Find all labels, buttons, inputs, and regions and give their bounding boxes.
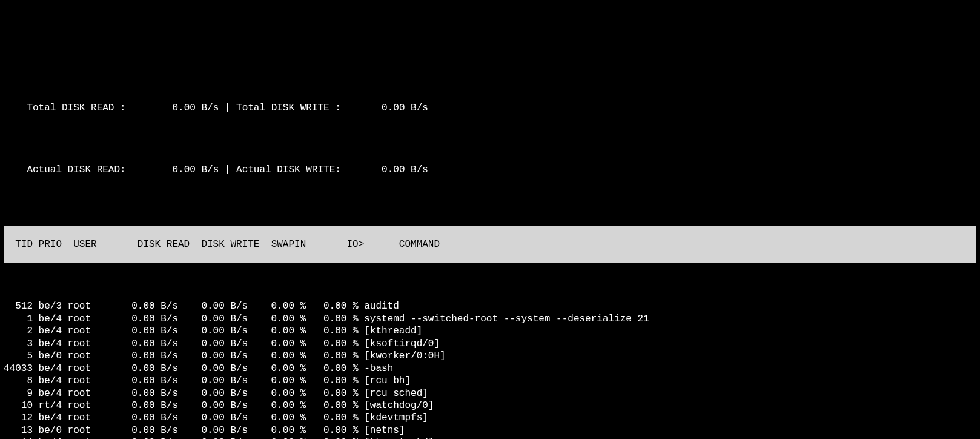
cell-tid: 1 (4, 313, 33, 325)
cell-disk-write: 0.00 B/s (184, 338, 248, 350)
process-row[interactable]: 12 be/4 root0.00 B/s 0.00 B/s 0.00 %0.00… (4, 412, 976, 424)
cell-tid: 14 (4, 437, 33, 439)
summary-line-1: Total DISK READ :0.00 B/s|Total DISK WRI… (4, 89, 976, 126)
cell-disk-read: 0.00 B/s (120, 313, 178, 325)
cell-swapin: 0.00 (254, 387, 294, 400)
process-row[interactable]: 9 be/4 root0.00 B/s 0.00 B/s 0.00 %0.00 … (4, 387, 976, 400)
cell-swapin: 0.00 (254, 400, 294, 412)
cell-swapin-unit: % (294, 300, 306, 312)
header-disk-read[interactable]: DISK READ (126, 238, 190, 250)
cell-prio: be/4 (39, 412, 62, 424)
header-disk-write[interactable]: DISK WRITE (190, 238, 259, 250)
cell-user: root (68, 424, 120, 437)
cell-command: [rcu_bh] (364, 375, 411, 387)
header-command[interactable]: COMMAND (370, 238, 440, 250)
cell-disk-read: 0.00 B/s (120, 400, 178, 412)
cell-disk-write: 0.00 B/s (184, 437, 248, 439)
cell-swapin-unit: % (294, 375, 306, 387)
cell-disk-read: 0.00 B/s (120, 338, 178, 350)
cell-tid: 9 (4, 387, 33, 400)
cell-tid: 8 (4, 375, 33, 387)
cell-io: 0.00 (306, 325, 346, 337)
header-tid[interactable]: TID (4, 238, 33, 250)
cell-swapin-unit: % (294, 325, 306, 337)
cell-command: [rcu_sched] (364, 387, 428, 400)
cell-command: [netns] (364, 424, 405, 437)
cell-command: [khungtaskd] (364, 437, 434, 439)
cell-prio: rt/4 (39, 400, 62, 412)
process-row[interactable]: 512 be/3 root0.00 B/s 0.00 B/s 0.00 %0.0… (4, 300, 976, 312)
cell-disk-read: 0.00 B/s (120, 387, 178, 400)
cell-disk-write: 0.00 B/s (184, 400, 248, 412)
cell-io-unit: % (346, 350, 358, 362)
cell-swapin: 0.00 (254, 338, 294, 350)
cell-io: 0.00 (306, 400, 346, 412)
process-row[interactable]: 13 be/0 root0.00 B/s 0.00 B/s 0.00 %0.00… (4, 424, 976, 437)
cell-tid: 5 (4, 350, 33, 362)
cell-io-unit: % (346, 325, 358, 337)
cell-prio: be/4 (39, 338, 62, 350)
iotop-terminal[interactable]: Total DISK READ :0.00 B/s|Total DISK WRI… (0, 50, 980, 439)
cell-prio: be/0 (39, 424, 62, 437)
header-prio[interactable]: PRIO (33, 238, 68, 250)
summary-line-2: Actual DISK READ:0.00 B/s|Actual DISK WR… (4, 152, 976, 189)
cell-user: root (68, 412, 120, 424)
cell-prio: be/4 (39, 325, 62, 337)
cell-io-unit: % (346, 375, 358, 387)
cell-io-unit: % (346, 313, 358, 325)
header-user[interactable]: USER (68, 238, 126, 250)
cell-prio: be/4 (39, 363, 62, 375)
cell-command: systemd --switched-root --system --deser… (364, 313, 649, 325)
cell-user: root (68, 350, 120, 362)
cell-command: [ksoftirqd/0] (364, 338, 440, 350)
actual-disk-read-value: 0.00 B/s (131, 164, 219, 176)
cell-io: 0.00 (306, 300, 346, 312)
cell-swapin: 0.00 (254, 325, 294, 337)
cell-user: root (68, 300, 120, 312)
cell-tid: 44033 (4, 363, 33, 375)
process-row[interactable]: 10 rt/4 root0.00 B/s 0.00 B/s 0.00 %0.00… (4, 400, 976, 412)
process-row[interactable]: 44033 be/4 root0.00 B/s 0.00 B/s 0.00 %0… (4, 363, 976, 375)
cell-swapin: 0.00 (254, 437, 294, 439)
cell-disk-write: 0.00 B/s (184, 350, 248, 362)
cell-prio: be/4 (39, 437, 62, 439)
column-header-row[interactable]: TIDPRIOUSERDISK READDISK WRITESWAPINIO>C… (4, 226, 976, 263)
cell-swapin: 0.00 (254, 350, 294, 362)
cell-disk-read: 0.00 B/s (120, 437, 178, 439)
cell-swapin: 0.00 (254, 363, 294, 375)
process-row[interactable]: 1 be/4 root0.00 B/s 0.00 B/s 0.00 %0.00 … (4, 313, 976, 325)
actual-disk-read-label: Actual DISK READ: (27, 164, 131, 176)
process-row[interactable]: 8 be/4 root0.00 B/s 0.00 B/s 0.00 %0.00 … (4, 375, 976, 387)
cell-swapin: 0.00 (254, 424, 294, 437)
process-list: 512 be/3 root0.00 B/s 0.00 B/s 0.00 %0.0… (4, 300, 976, 439)
header-io[interactable]: IO> (306, 238, 370, 250)
cell-io-unit: % (346, 400, 358, 412)
header-swapin[interactable]: SWAPIN (259, 238, 306, 250)
actual-disk-write-label: Actual DISK WRITE: (236, 164, 346, 176)
cell-command: auditd (364, 300, 399, 312)
total-disk-write-value: 0.00 B/s (346, 102, 428, 114)
cell-disk-write: 0.00 B/s (184, 325, 248, 337)
cell-io-unit: % (346, 437, 358, 439)
summary-separator: | (219, 164, 236, 176)
cell-user: root (68, 437, 120, 439)
cell-swapin-unit: % (294, 412, 306, 424)
cell-tid: 2 (4, 325, 33, 337)
process-row[interactable]: 3 be/4 root0.00 B/s 0.00 B/s 0.00 %0.00 … (4, 338, 976, 350)
cell-disk-read: 0.00 B/s (120, 375, 178, 387)
cell-io: 0.00 (306, 350, 346, 362)
cell-io: 0.00 (306, 424, 346, 437)
cell-io-unit: % (346, 412, 358, 424)
cell-user: root (68, 400, 120, 412)
cell-swapin: 0.00 (254, 300, 294, 312)
cell-tid: 3 (4, 338, 33, 350)
process-row[interactable]: 5 be/0 root0.00 B/s 0.00 B/s 0.00 %0.00 … (4, 350, 976, 362)
cell-disk-read: 0.00 B/s (120, 412, 178, 424)
cell-tid: 10 (4, 400, 33, 412)
cell-prio: be/4 (39, 313, 62, 325)
process-row[interactable]: 2 be/4 root0.00 B/s 0.00 B/s 0.00 %0.00 … (4, 325, 976, 337)
process-row[interactable]: 14 be/4 root0.00 B/s 0.00 B/s 0.00 %0.00… (4, 437, 976, 439)
cell-disk-read: 0.00 B/s (120, 325, 178, 337)
total-disk-write-label: Total DISK WRITE : (236, 102, 346, 114)
cell-io-unit: % (346, 387, 358, 400)
